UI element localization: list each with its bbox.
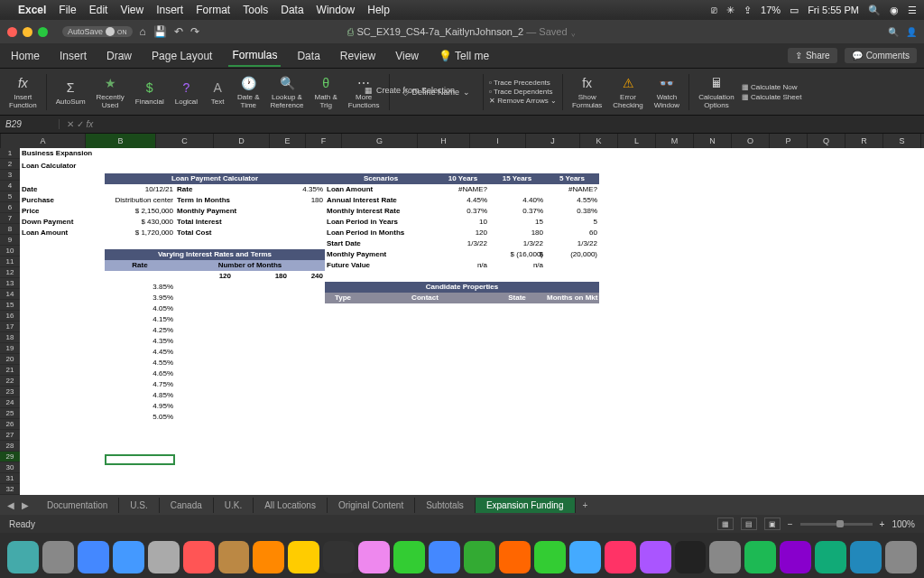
sheet-tab[interactable]: Original Content (328, 498, 415, 513)
sheet-tab[interactable]: Expansion Funding (476, 498, 576, 513)
bluetooth-icon[interactable]: ✳︎ (726, 5, 735, 16)
dock-tv-icon[interactable] (675, 541, 707, 573)
cell[interactable]: 4.05% (105, 303, 175, 314)
cell[interactable]: 180 (489, 228, 545, 238)
col-header-F[interactable]: F (306, 134, 342, 148)
col-header-B[interactable]: B (86, 134, 156, 148)
confirm-icon[interactable]: ✓ (77, 119, 84, 129)
cell[interactable]: 4.45% (437, 195, 489, 206)
cell[interactable]: Term in Months (175, 195, 289, 206)
sheet-tab[interactable]: U.S. (119, 498, 159, 513)
row-header[interactable]: 15 (0, 300, 20, 311)
sheet-tab[interactable]: All Locations (254, 498, 328, 513)
cell[interactable]: 4.35% (105, 336, 175, 347)
home-icon[interactable]: ⌂ (140, 25, 146, 38)
col-header-A[interactable]: A (1, 134, 86, 148)
zoom-level[interactable]: 100% (892, 519, 915, 529)
lookup-button[interactable]: 🔍Lookup & Reference (267, 74, 308, 109)
cell[interactable]: 1/3/22 (437, 238, 489, 249)
row-header[interactable]: 30 (0, 462, 20, 473)
tab-nav-left-icon[interactable]: ◀ (7, 500, 14, 510)
cell[interactable]: Loan Payment Calculator (105, 173, 325, 184)
cell[interactable]: Months on Mkt (545, 293, 599, 303)
tab-pagelayout[interactable]: Page Layout (148, 46, 216, 66)
normal-view-button[interactable]: ▦ (717, 517, 734, 530)
row-header[interactable]: 13 (0, 278, 20, 289)
col-header-E[interactable]: E (270, 134, 306, 148)
cell[interactable]: 4.25% (105, 325, 175, 336)
cell[interactable]: $ 430,000 (105, 217, 175, 228)
remove-arrows-button[interactable]: ✕ Remove Arrows ⌄ (489, 97, 557, 105)
row-header[interactable]: 6 (0, 202, 20, 213)
cell[interactable]: 120 (437, 228, 489, 238)
cell[interactable]: Rate (175, 184, 289, 195)
col-header-I[interactable]: I (470, 134, 526, 148)
menu-view[interactable]: View (120, 4, 143, 16)
sheet-tab[interactable]: Documentation (36, 498, 119, 513)
row-header[interactable]: 26 (0, 419, 20, 430)
cell[interactable]: 60 (545, 228, 599, 238)
cell[interactable]: n/a (489, 260, 545, 271)
tell-me[interactable]: 💡 Tell me (435, 46, 493, 66)
cell[interactable]: Monthly Payment (325, 249, 437, 260)
cell[interactable]: Scenarios (325, 173, 437, 184)
search-icon[interactable]: 🔍 (888, 27, 899, 37)
col-header-J[interactable]: J (526, 134, 580, 148)
dock-photos-icon[interactable] (358, 541, 390, 573)
sheet-tab[interactable]: U.K. (214, 498, 254, 513)
create-from-selection-button[interactable]: ▦Create from Selection (357, 86, 462, 95)
cell[interactable]: State (489, 293, 545, 303)
cell[interactable]: Start Date (325, 238, 437, 249)
row-header[interactable]: 21 (0, 365, 20, 376)
row-header[interactable]: 8 (0, 224, 20, 235)
cell[interactable]: 4.75% (105, 379, 175, 390)
page-break-view-button[interactable]: ▣ (764, 517, 781, 530)
tab-view[interactable]: View (392, 46, 422, 66)
row-header[interactable]: 17 (0, 322, 20, 332)
cell[interactable]: Annual Interest Rate (325, 195, 437, 206)
screen-mirror-icon[interactable]: ⎚ (711, 5, 717, 15)
cell[interactable]: Loan Calculator (20, 161, 325, 172)
cell[interactable]: Loan Amount (20, 228, 105, 238)
cell[interactable]: Price (20, 206, 105, 217)
col-header-R[interactable]: R (845, 134, 883, 148)
dock-preview-icon[interactable] (148, 541, 180, 573)
cell[interactable]: Candidate Properties (325, 282, 599, 293)
maximize-window-button[interactable] (38, 27, 48, 37)
cell[interactable]: 4.55% (545, 195, 599, 206)
app-menu[interactable]: Excel (18, 4, 46, 16)
tab-insert[interactable]: Insert (56, 46, 90, 66)
cell[interactable]: 0.37% (489, 206, 545, 217)
col-header-O[interactable]: O (732, 134, 770, 148)
cell[interactable]: 5.05% (105, 412, 175, 423)
spreadsheet-grid[interactable]: Business ExpansionLoan CalculatorLoan Pa… (20, 148, 924, 495)
cell[interactable]: Business Expansion (20, 148, 325, 159)
autosave-toggle[interactable]: AutoSaveON (62, 26, 133, 37)
text-button[interactable]: AText (205, 79, 230, 106)
menu-edit[interactable]: Edit (89, 4, 108, 16)
row-header[interactable]: 5 (0, 191, 20, 202)
cell[interactable]: 5 (545, 217, 599, 228)
cell[interactable]: 0.37% (437, 206, 489, 217)
cell[interactable]: 4.35% (289, 184, 325, 195)
col-header-G[interactable]: G (342, 134, 418, 148)
cell[interactable]: 240 (289, 271, 325, 282)
undo-icon[interactable]: ↶ (174, 25, 183, 38)
row-header[interactable]: 16 (0, 311, 20, 322)
cell[interactable]: 180 (289, 195, 325, 206)
error-checking-button[interactable]: ⚠Error Checking (609, 74, 646, 109)
recently-used-button[interactable]: ★Recently Used (93, 74, 128, 109)
menu-file[interactable]: File (59, 4, 76, 16)
watch-window-button[interactable]: 👓Watch Window (651, 74, 683, 109)
redo-icon[interactable]: ↷ (190, 25, 199, 38)
cell[interactable]: Loan Amount (325, 184, 437, 195)
control-center-icon[interactable]: ☰ (908, 5, 917, 16)
cell[interactable]: Total Cost (175, 228, 289, 238)
menu-data[interactable]: Data (281, 4, 303, 16)
row-header[interactable]: 3 (0, 170, 20, 181)
cell[interactable]: 4.40% (489, 195, 545, 206)
dock-reminders-icon[interactable] (253, 541, 284, 573)
dock-music-icon[interactable] (605, 541, 636, 573)
row-header[interactable]: 31 (0, 473, 20, 484)
name-box[interactable]: B29 (5, 119, 60, 129)
